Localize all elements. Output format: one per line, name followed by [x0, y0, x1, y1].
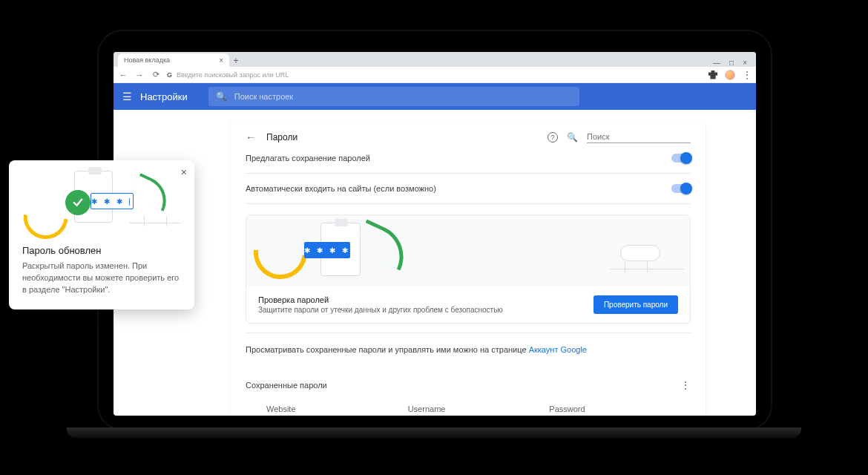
tab-title: Новая вкладка: [124, 56, 170, 64]
laptop-frame: Новая вкладка × + — □ × ← → ⟳ G Введите …: [97, 30, 772, 430]
password-chip-icon: ✱ ✱ ✱ |: [91, 193, 134, 209]
saved-passwords-header: Сохраненные пароли ⋮: [246, 366, 691, 399]
window-close-icon[interactable]: ×: [743, 59, 747, 67]
col-username: Username: [408, 404, 550, 413]
row-offer-save-passwords[interactable]: Предлагать сохранение паролей: [246, 143, 691, 174]
tab-strip: Новая вкладка × + — □ ×: [114, 52, 756, 67]
fence-icon: [610, 269, 684, 282]
toggle-auto-signin[interactable]: [671, 184, 691, 193]
toast-body: Раскрытый пароль изменен. При необходимо…: [22, 261, 181, 296]
panel-title: Пароли: [266, 132, 297, 142]
laptop-base: [67, 428, 801, 438]
browser-menu-icon[interactable]: ⋮: [743, 70, 752, 80]
menu-icon[interactable]: ☰: [114, 91, 140, 102]
password-check-card: ✱ ✱ ✱ ✱ Проверка паролей Защитите пароли…: [246, 214, 691, 324]
google-account-link[interactable]: Аккаунт Google: [529, 345, 587, 354]
row-label: Предлагать сохранение паролей: [246, 154, 370, 163]
address-bar: ← → ⟳ G Введите поисковый запрос или URL…: [114, 67, 756, 83]
passwords-panel: ← Пароли ? 🔍 Предлагать сохранение парол…: [231, 120, 706, 416]
password-check-illustration: ✱ ✱ ✱ ✱: [246, 215, 690, 286]
password-chip-icon: ✱ ✱ ✱ ✱: [304, 242, 350, 258]
toast-title: Пароль обновлен: [22, 245, 181, 256]
saved-passwords-title: Сохраненные пароли: [246, 381, 327, 390]
extensions-icon[interactable]: [708, 71, 717, 79]
col-website: Website: [266, 404, 408, 413]
password-check-title: Проверка паролей: [258, 295, 503, 304]
settings-title: Настройки: [140, 91, 188, 102]
saved-passwords-menu-icon[interactable]: ⋮: [680, 379, 691, 391]
manage-passwords-row: Просматривать сохраненные пароли и управ…: [246, 332, 691, 366]
panel-search-input[interactable]: [587, 131, 691, 143]
row-auto-signin[interactable]: Автоматически входить на сайты (если воз…: [246, 174, 691, 204]
panel-header: ← Пароли ? 🔍: [246, 131, 691, 143]
sun-arc-icon: [251, 249, 306, 281]
tab-close-icon[interactable]: ×: [219, 56, 223, 65]
success-check-badge-icon: [65, 190, 91, 215]
window-minimize-icon[interactable]: —: [713, 59, 720, 67]
help-icon[interactable]: ?: [548, 132, 558, 142]
col-password: Password: [549, 404, 691, 413]
password-updated-toast: × ✱ ✱ ✱ | Пароль обновлен Раскрытый паро…: [9, 160, 194, 309]
toast-illustration: ✱ ✱ ✱ |: [22, 171, 181, 239]
omnibox[interactable]: G Введите поисковый запрос или URL: [167, 71, 289, 79]
row-label: Автоматически входить на сайты (если воз…: [246, 184, 436, 193]
manage-text: Просматривать сохраненные пароли и управ…: [246, 345, 529, 354]
settings-header: ☰ Настройки 🔍 Поиск настроек: [114, 83, 756, 110]
saved-passwords-table-header: Website Username Password: [246, 399, 691, 413]
panel-search-icon[interactable]: 🔍: [567, 132, 578, 142]
fence-icon: [129, 223, 181, 236]
search-engine-icon: G: [167, 71, 172, 79]
green-swoosh-icon: [353, 219, 414, 270]
password-check-subtitle: Защитите пароли от утечки данных и други…: [258, 306, 503, 314]
search-icon: 🔍: [216, 91, 227, 102]
nav-reload-icon[interactable]: ⟳: [151, 70, 161, 79]
settings-search-placeholder: Поиск настроек: [234, 92, 293, 101]
settings-search[interactable]: 🔍 Поиск настроек: [208, 87, 579, 106]
profile-avatar-icon[interactable]: [725, 70, 735, 80]
check-passwords-button[interactable]: Проверить пароли: [594, 295, 678, 314]
omnibox-placeholder: Введите поисковый запрос или URL: [177, 71, 289, 79]
window-maximize-icon[interactable]: □: [729, 59, 734, 67]
toast-close-icon[interactable]: ×: [181, 166, 187, 178]
cloud-icon: [620, 245, 660, 261]
nav-forward-icon[interactable]: →: [134, 71, 145, 79]
back-icon[interactable]: ←: [246, 131, 256, 143]
sun-arc-icon: [22, 214, 68, 241]
green-swoosh-icon: [130, 173, 174, 212]
nav-back-icon[interactable]: ←: [118, 71, 128, 79]
screen: Новая вкладка × + — □ × ← → ⟳ G Введите …: [114, 52, 756, 416]
window-controls: — □ ×: [713, 59, 752, 67]
new-tab-button[interactable]: +: [229, 55, 243, 67]
browser-tab[interactable]: Новая вкладка ×: [118, 53, 229, 67]
toggle-offer-save[interactable]: [671, 154, 691, 163]
